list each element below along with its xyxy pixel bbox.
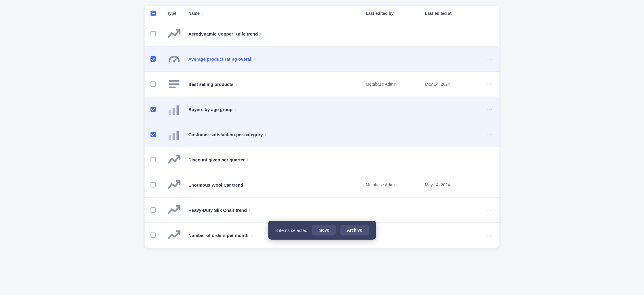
row-more-cell-4: ··· [480,125,497,144]
svg-rect-10 [177,131,179,140]
row-edited-at-4 [421,129,480,140]
row-checkbox-6[interactable] [151,182,156,187]
row-name-cell-3: Buyers by age group i [185,102,362,117]
row-name-text-6: Enormous Wool Car trend [188,182,243,187]
row-more-cell-1: ··· [480,49,497,69]
row-more-cell-3: ··· [480,100,497,119]
row-name-cell-4: Customer satisfaction per category i [185,127,362,142]
row-info-icon-3[interactable]: i [235,107,236,112]
row-checkbox-5[interactable] [151,157,156,162]
row-name-cell-0: Aerodynamic Copper Knife trend i [185,26,362,42]
header-last-edited-at: Last edited at [421,6,480,21]
archive-button[interactable]: Archive [340,225,368,235]
row-name-cell-6: Enormous Wool Car trend i [185,177,362,193]
row-more-button-8[interactable]: ··· [484,231,495,240]
row-edited-at-6: May 14, 2024 [421,177,480,193]
svg-rect-5 [169,110,171,115]
row-info-icon-6[interactable]: i [246,183,247,187]
header-last-edited-by: Last edited by [362,6,421,21]
row-info-icon-4[interactable]: i [265,132,266,137]
row-more-cell-7: ··· [480,201,497,220]
row-type-icon-6 [164,172,185,197]
header-name: Name ↑ [185,6,362,21]
svg-line-1 [174,57,177,61]
row-info-icon-2[interactable]: i [236,82,237,86]
row-type-icon-3 [164,97,185,122]
row-info-icon-0[interactable]: i [260,32,261,36]
row-info-icon-5[interactable]: i [247,158,248,162]
table-row: Heavy-Duty Silk Chair trend i ··· [145,198,499,223]
row-edited-by-5 [362,154,421,165]
row-name-cell-1[interactable]: Average product rating overall i [185,51,362,67]
row-checkbox-0[interactable] [151,31,156,36]
row-more-button-0[interactable]: ··· [484,30,495,38]
row-name-text-4: Customer satisfaction per category [188,132,263,137]
row-type-icon-1 [164,47,185,71]
name-sort-icon[interactable]: ↑ [201,12,203,15]
row-name-text-1[interactable]: Average product rating overall [188,57,253,62]
row-edited-at-2: May 14, 2024 [421,76,480,92]
table-row: Buyers by age group i ··· [145,97,499,122]
row-more-button-6[interactable]: ··· [484,181,495,189]
row-name-cell-2: Best selling products i [185,76,362,92]
row-info-icon-7[interactable]: i [249,208,250,212]
row-edited-by-2: Metabase Admin [362,76,421,92]
row-checkbox-8[interactable] [151,233,156,238]
row-type-icon-0 [164,21,185,46]
row-more-cell-5: ··· [480,150,497,169]
row-checkbox-cell-8 [147,227,164,243]
row-name-text-5: Discount given per quarter [188,157,245,162]
table-header: Type Name ↑ Last edited by Last edited a… [145,6,499,21]
move-button[interactable]: Move [312,225,336,235]
table-body: Aerodynamic Copper Knife trend i ··· Ave… [145,21,499,248]
row-more-cell-6: ··· [480,175,497,195]
select-all-checkbox[interactable] [151,11,156,16]
row-edited-by-text-2: Metabase Admin [366,82,397,86]
bulk-selected-text: 3 items selected [275,228,307,233]
row-info-icon-8[interactable]: i [251,233,252,238]
table-row: Enormous Wool Car trend i Metabase Admin… [145,172,499,198]
svg-rect-9 [173,133,175,140]
row-more-button-5[interactable]: ··· [484,155,495,164]
row-edited-by-3 [362,104,421,115]
svg-rect-8 [169,135,171,140]
row-checkbox-cell-6 [147,177,164,193]
row-more-cell-8: ··· [480,226,497,245]
row-name-text-7: Heavy-Duty Silk Chair trend [188,208,247,213]
row-checkbox-7[interactable] [151,207,156,213]
row-checkbox-cell-7 [147,202,164,218]
svg-rect-7 [177,105,179,115]
row-more-button-3[interactable]: ··· [484,105,495,114]
row-type-icon-8 [164,223,185,248]
row-name-text-3: Buyers by age group [188,107,232,112]
row-edited-by-6: Metabase Admin [362,177,421,193]
row-edited-by-1 [362,54,421,64]
row-checkbox-cell-2 [147,76,164,92]
row-more-button-4[interactable]: ··· [484,130,495,139]
row-edited-by-text-6: Metabase Admin [366,182,397,187]
row-more-button-1[interactable]: ··· [484,55,495,63]
row-type-icon-7 [164,198,185,222]
row-checkbox-2[interactable] [151,81,156,87]
svg-rect-6 [173,108,175,115]
row-more-button-2[interactable]: ··· [484,80,495,89]
row-edited-at-text-6: May 14, 2024 [425,182,450,187]
table-row: Discount given per quarter i ··· [145,147,499,172]
row-checkbox-cell-0 [147,26,164,42]
items-table: Type Name ↑ Last edited by Last edited a… [145,6,499,248]
row-checkbox-4[interactable] [151,132,156,137]
header-actions [480,6,497,21]
row-info-icon-1[interactable]: i [255,57,256,61]
header-checkbox-cell [147,6,164,21]
bulk-action-bar: 3 items selected Move Archive [268,221,376,240]
table-row: Customer satisfaction per category i ··· [145,122,499,147]
row-name-cell-7: Heavy-Duty Silk Chair trend i [185,202,362,218]
row-edited-at-3 [421,104,480,115]
row-more-button-7[interactable]: ··· [484,206,495,214]
row-checkbox-3[interactable] [151,107,156,112]
row-checkbox-1[interactable] [151,56,156,62]
row-edited-by-4 [362,129,421,140]
row-more-cell-0: ··· [480,24,497,44]
row-edited-by-0 [362,28,421,39]
header-type: Type [164,6,185,21]
